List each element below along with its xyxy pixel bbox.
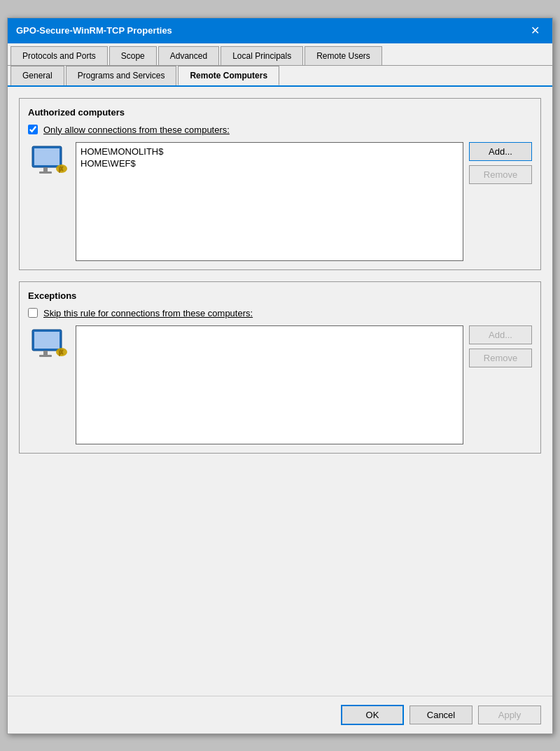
tab-local-principals[interactable]: Local Principals: [220, 46, 303, 65]
exceptions-list-area: Add... Remove: [28, 325, 532, 444]
authorized-section: Authorized computers Only allow connecti…: [19, 98, 541, 270]
tab-programs-services[interactable]: Programs and Services: [66, 66, 177, 85]
exceptions-checkbox-row: Skip this rule for connections from thes…: [28, 308, 532, 318]
svg-rect-1: [34, 148, 59, 165]
exceptions-checkbox-label[interactable]: Skip this rule for connections from thes…: [43, 308, 253, 318]
svg-rect-10: [43, 351, 48, 355]
authorized-computer-icon: [28, 142, 70, 184]
cancel-button[interactable]: Cancel: [410, 706, 472, 724]
ok-button[interactable]: OK: [341, 705, 404, 725]
tabs-row2: General Programs and Services Remote Com…: [8, 66, 552, 87]
svg-rect-11: [39, 355, 52, 357]
title-bar: GPO-Secure-WinRM-TCP Properties ✕: [8, 18, 552, 43]
svg-rect-2: [43, 167, 48, 171]
exceptions-title: Exceptions: [28, 290, 532, 301]
authorized-buttons: Add... Remove: [469, 142, 532, 184]
authorized-remove-button[interactable]: Remove: [469, 165, 532, 184]
tab-content: Authorized computers Only allow connecti…: [8, 87, 552, 696]
dialog-window: GPO-Secure-WinRM-TCP Properties ✕ Protoc…: [7, 17, 553, 734]
dialog-footer: OK Cancel Apply: [8, 696, 552, 734]
authorized-title: Authorized computers: [28, 107, 532, 118]
exceptions-list-box[interactable]: [76, 325, 463, 444]
authorized-list-area: HOME\MONOLITH$HOME\WEF$ Add... Remove: [28, 142, 532, 261]
exceptions-buttons: Add... Remove: [469, 325, 532, 367]
tab-advanced[interactable]: Advanced: [158, 46, 219, 65]
exceptions-section: Exceptions Skip this rule for connection…: [19, 281, 541, 454]
exceptions-computer-icon: [28, 325, 70, 367]
svg-rect-9: [34, 332, 59, 349]
list-item: HOME\MONOLITH$: [79, 146, 460, 157]
exceptions-checkbox[interactable]: [28, 308, 38, 318]
tab-remote-computers[interactable]: Remote Computers: [178, 66, 279, 85]
apply-button[interactable]: Apply: [478, 706, 541, 724]
tab-remote-users[interactable]: Remote Users: [304, 46, 382, 65]
dialog-title: GPO-Secure-WinRM-TCP Properties: [16, 25, 172, 36]
authorized-checkbox-row: Only allow connections from these comput…: [28, 125, 532, 135]
exceptions-add-button[interactable]: Add...: [469, 325, 532, 344]
authorized-add-button[interactable]: Add...: [469, 142, 532, 161]
authorized-checkbox[interactable]: [28, 125, 38, 134]
tab-protocols-ports[interactable]: Protocols and Ports: [10, 46, 108, 65]
authorized-list-box[interactable]: HOME\MONOLITH$HOME\WEF$: [76, 142, 463, 261]
tab-scope[interactable]: Scope: [109, 46, 157, 65]
close-button[interactable]: ✕: [526, 24, 544, 38]
tabs-row1: Protocols and Ports Scope Advanced Local…: [8, 43, 552, 66]
exceptions-remove-button[interactable]: Remove: [469, 349, 532, 367]
tab-general[interactable]: General: [10, 66, 64, 85]
list-item: HOME\WEF$: [79, 157, 460, 169]
svg-rect-3: [39, 171, 52, 174]
authorized-checkbox-label[interactable]: Only allow connections from these comput…: [43, 125, 230, 135]
